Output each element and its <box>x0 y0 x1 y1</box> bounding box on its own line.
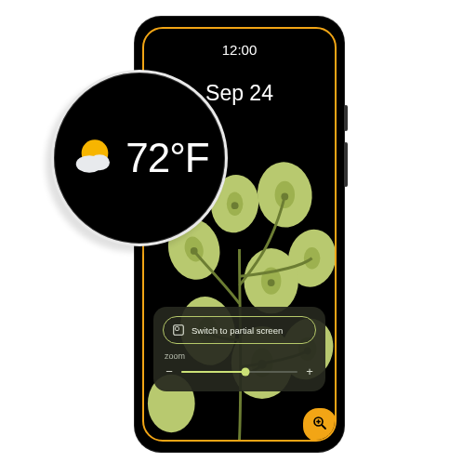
svg-point-17 <box>231 202 239 209</box>
weather-callout: 72°F <box>51 70 228 246</box>
power-button[interactable] <box>344 105 348 131</box>
switch-label: Switch to partial screen <box>192 325 283 336</box>
partial-screen-icon <box>173 324 184 336</box>
svg-point-19 <box>268 279 275 286</box>
svg-point-32 <box>89 154 110 170</box>
magnifier-panel: Switch to partial screen zoom − + <box>153 307 325 391</box>
zoom-track[interactable] <box>181 371 298 373</box>
zoom-fill <box>181 371 245 373</box>
volume-button[interactable] <box>344 142 348 187</box>
zoom-minus-button[interactable]: − <box>165 364 174 378</box>
zoom-label: zoom <box>165 351 314 361</box>
svg-line-27 <box>322 425 325 429</box>
magnifier-icon <box>311 415 328 435</box>
weather-icon <box>70 131 120 185</box>
weather-temperature: 72°F <box>126 135 208 181</box>
zoom-slider[interactable]: − + <box>163 364 316 378</box>
svg-rect-25 <box>176 327 179 331</box>
zoom-knob[interactable] <box>241 367 249 376</box>
status-time: 12:00 <box>144 42 335 58</box>
zoom-plus-button[interactable]: + <box>305 364 314 378</box>
magnifier-fab[interactable] <box>303 408 337 442</box>
switch-partial-screen-button[interactable]: Switch to partial screen <box>163 316 316 344</box>
